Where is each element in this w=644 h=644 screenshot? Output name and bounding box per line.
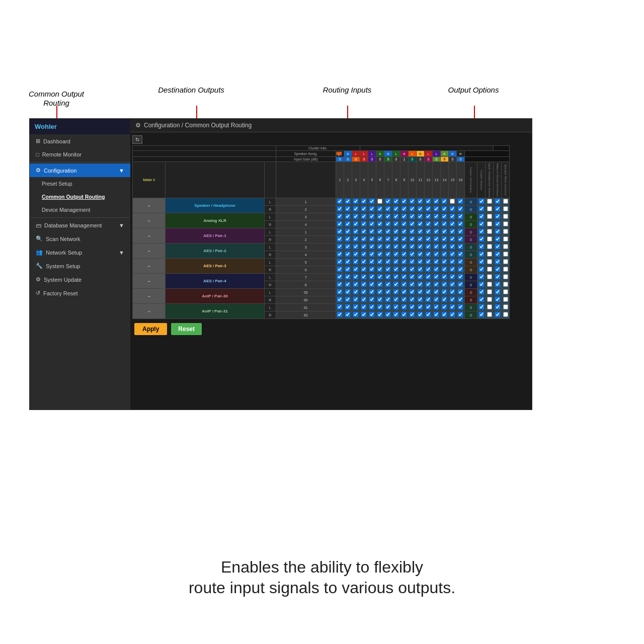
meter-num-16: 16: [456, 162, 464, 198]
sidebar-item-common-output-routing[interactable]: Common Output Routing: [30, 190, 130, 203]
col-apply-headphone: Apply Headphone Volume: [486, 162, 494, 198]
cb-s-l-14[interactable]: [440, 198, 448, 206]
scan-icon: 🔍: [36, 235, 43, 242]
reset-icon: ↺: [36, 290, 40, 296]
meter-num-11: 11: [416, 162, 424, 198]
opt-s-l-cb1[interactable]: [477, 198, 486, 206]
speaker-block-6: K: [376, 151, 384, 157]
opt-s-l-cb2[interactable]: [486, 198, 494, 206]
cluster-info-label: Cluster Info.: [276, 146, 360, 151]
minus-aes4[interactable]: −: [133, 274, 166, 289]
reset-button[interactable]: Reset: [171, 323, 202, 335]
gain-15: 0: [448, 157, 456, 162]
minus-aoip30[interactable]: −: [133, 289, 166, 304]
gain-9: 1: [400, 157, 408, 162]
meter-num-15: 15: [448, 162, 456, 198]
routing-table-container[interactable]: ↻ Cluster Info. Speaker Assig. L R L: [130, 132, 532, 410]
cb-s-l-10[interactable]: [408, 198, 416, 206]
cb-s-l-15[interactable]: [448, 198, 456, 206]
cluster-info-row: Cluster Info.: [133, 146, 510, 151]
speaker-block-15: R: [448, 151, 456, 157]
cb-s-l-4[interactable]: [360, 198, 368, 206]
cb-s-l-5[interactable]: [368, 198, 376, 206]
sidebar-item-remote-monitor[interactable]: □ Remote Monitor: [30, 148, 130, 161]
meter-num-7: 7: [384, 162, 392, 198]
gain-row: Input Gain (dB) 0 0 0 0 0 0 9 0 1 0 0 0 …: [133, 157, 510, 162]
sidebar-item-label: Database Management: [44, 222, 102, 228]
sidebar-item-label: Scan Network: [46, 236, 80, 242]
speaker-block-9: R: [400, 151, 408, 157]
cb-s-l-13[interactable]: [432, 198, 440, 206]
sidebar-item-configuration[interactable]: ⚙ Configuration ▼: [30, 164, 130, 177]
opt-s-l-1: 0: [464, 198, 477, 206]
speaker-block-11: R: [416, 151, 424, 157]
apply-button[interactable]: Apply: [134, 323, 167, 335]
sidebar-item-device-management[interactable]: Device Management: [30, 203, 130, 216]
speaker-assign-label: Speaker Assig.: [276, 151, 336, 157]
minus-aoip31[interactable]: −: [133, 304, 166, 319]
opt-s-l-cb4[interactable]: [502, 198, 510, 206]
main-header: ⚙ Configuration / Common Output Routing: [130, 119, 532, 132]
gain-4: 0: [360, 157, 368, 162]
sidebar-item-network-setup[interactable]: 👥 Network Setup ▼: [30, 246, 130, 259]
sidebar-item-scan-network[interactable]: 🔍 Scan Network: [30, 232, 130, 246]
table-row-analog-l: − Analog XLR L 3: [133, 213, 510, 221]
opt-s-l-cb3[interactable]: [494, 198, 502, 206]
cb-s-l-8[interactable]: [392, 198, 400, 206]
aes2-label: AES / Pair-2: [166, 244, 264, 259]
footer-text: Enables the ability to flexibly route in…: [0, 557, 644, 599]
cb-s-l-7[interactable]: [384, 198, 392, 206]
col-output-volume: Output Volume: [477, 162, 486, 198]
sidebar-item-preset-setup[interactable]: Preset Setup: [30, 177, 130, 190]
col-speaker-mute: Speaker Mute Inversion: [502, 162, 510, 198]
meter-num-10: 10: [408, 162, 416, 198]
aes3-label: AES / Pair-3: [166, 259, 264, 274]
minus-speaker[interactable]: −: [133, 198, 166, 213]
gain-16: 0: [456, 157, 464, 162]
lr-r-1: R: [264, 206, 276, 213]
cb-s-l-16[interactable]: [456, 198, 464, 206]
aoip30-label: AoIP / Pair-30: [166, 289, 264, 304]
cb-s-l-12[interactable]: [424, 198, 432, 206]
minus-analog[interactable]: −: [133, 213, 166, 228]
speaker-block-5: L: [368, 151, 376, 157]
meter-num-6: 6: [376, 162, 384, 198]
sidebar-item-label: Common Output Routing: [42, 194, 105, 200]
minus-aes3[interactable]: −: [133, 259, 166, 274]
update-icon: ⚙: [36, 276, 41, 283]
cb-s-l-11[interactable]: [416, 198, 424, 206]
chevron-icon-2: ▼: [119, 222, 124, 228]
speaker-block-12: L: [424, 151, 432, 157]
analog-xlr-label: Analog XLR: [166, 213, 264, 228]
minus-aes2[interactable]: −: [133, 244, 166, 259]
aes1-label: AES / Pair-1: [166, 228, 264, 244]
routing-table: Cluster Info. Speaker Assig. L R L L L K…: [132, 145, 510, 319]
table-row-aes2-l: − AES / Pair-2 L 3: [133, 244, 510, 251]
speaker-block-4: L: [360, 151, 368, 157]
sidebar-item-system-setup[interactable]: 🔧 System Setup: [30, 259, 130, 273]
cb-s-l-1[interactable]: [336, 198, 344, 206]
cb-s-l-2[interactable]: [344, 198, 352, 206]
sidebar-item-label: System Setup: [46, 263, 80, 269]
table-row-aoip31-l: − AoIP / Pair-31 L 61: [133, 304, 510, 311]
header-config-icon: ⚙: [135, 122, 141, 129]
cb-s-l-3[interactable]: [352, 198, 360, 206]
refresh-button[interactable]: ↻: [132, 135, 142, 144]
sidebar-item-dashboard[interactable]: ⊞ Dashboard: [30, 134, 130, 148]
sidebar-item-label: Dashboard: [43, 138, 70, 144]
gain-1: 0: [336, 157, 344, 162]
table-row-aoip30-l: − AoIP / Pair-30 L 59: [133, 289, 510, 296]
speaker-block-14: R: [440, 151, 448, 157]
sidebar-item-factory-reset[interactable]: ↺ Factory Reset: [30, 286, 130, 300]
system-icon: 🔧: [36, 263, 43, 269]
db-icon: 🗃: [36, 222, 41, 228]
table-row-speaker-l: − Speaker / Headphone L 1: [133, 198, 510, 206]
cb-s-l-9[interactable]: [400, 198, 408, 206]
sidebar-item-database-management[interactable]: 🗃 Database Management ▼: [30, 219, 130, 232]
cb-s-l-6[interactable]: [376, 198, 384, 206]
sidebar-item-system-update[interactable]: ⚙ System Update: [30, 273, 130, 286]
meter-empty-3: [276, 162, 336, 198]
gain-12: 0: [424, 157, 432, 162]
minus-aes1[interactable]: −: [133, 228, 166, 244]
network-icon: 👥: [36, 249, 43, 256]
